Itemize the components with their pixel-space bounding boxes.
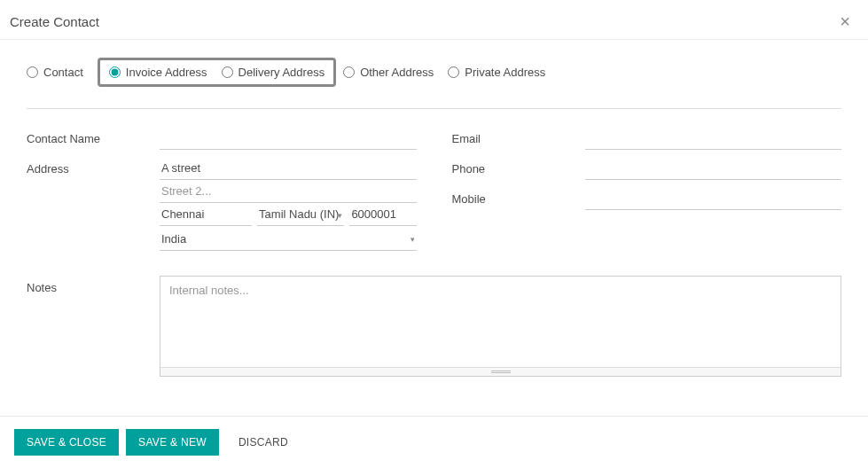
street2-input[interactable] <box>160 180 417 203</box>
radio-other-input[interactable] <box>343 66 355 78</box>
form-columns: Contact Name Address ▾ <box>27 127 841 258</box>
highlighted-radio-group: Invoice Address Delivery Address <box>98 58 336 87</box>
radio-contact-input[interactable] <box>27 66 38 78</box>
radio-delivery-label: Delivery Address <box>239 66 325 79</box>
contact-name-label: Contact Name <box>27 127 160 145</box>
radio-invoice-label: Invoice Address <box>126 66 207 79</box>
field-phone: Phone <box>452 157 842 180</box>
radio-delivery-input[interactable] <box>222 66 233 78</box>
modal-title: Create Contact <box>10 14 99 29</box>
field-mobile: Mobile <box>452 187 842 210</box>
resize-handle[interactable] <box>160 367 841 376</box>
city-input[interactable] <box>160 203 252 226</box>
radio-other[interactable]: Other Address <box>343 66 434 79</box>
state-select[interactable] <box>257 203 344 226</box>
email-input[interactable] <box>585 127 842 150</box>
radio-invoice-input[interactable] <box>109 66 121 78</box>
field-contact-name: Contact Name <box>27 127 417 150</box>
discard-button[interactable]: DISCARD <box>226 429 301 456</box>
mobile-label: Mobile <box>452 187 585 206</box>
save-new-button[interactable]: SAVE & NEW <box>126 429 219 456</box>
mobile-input[interactable] <box>585 187 842 210</box>
email-label: Email <box>452 127 585 145</box>
modal-header: Create Contact × <box>0 0 868 40</box>
radio-private-label: Private Address <box>465 66 545 79</box>
form-col-right: Email Phone Mobile <box>452 127 842 258</box>
radio-contact-label: Contact <box>43 66 83 79</box>
field-address: Address ▾ <box>27 157 417 251</box>
contact-type-radiogroup: Contact Invoice Address Delivery Address… <box>27 58 841 109</box>
radio-private[interactable]: Private Address <box>448 66 545 79</box>
phone-label: Phone <box>452 157 585 176</box>
modal-body: Contact Invoice Address Delivery Address… <box>0 40 868 410</box>
radio-private-input[interactable] <box>448 66 459 78</box>
notes-label: Notes <box>27 276 160 294</box>
notes-textarea[interactable] <box>160 277 841 367</box>
phone-input[interactable] <box>585 157 842 180</box>
address-label: Address <box>27 157 160 176</box>
radio-invoice[interactable]: Invoice Address <box>109 66 207 79</box>
street1-input[interactable] <box>160 157 417 180</box>
save-close-button[interactable]: SAVE & CLOSE <box>14 429 119 456</box>
field-email: Email <box>452 127 842 150</box>
zip-input[interactable] <box>349 203 416 226</box>
contact-name-input[interactable] <box>160 127 417 150</box>
close-icon[interactable]: × <box>836 12 854 30</box>
modal-footer: SAVE & CLOSE SAVE & NEW DISCARD <box>0 416 868 468</box>
country-select[interactable] <box>160 228 417 251</box>
create-contact-modal: Create Contact × Contact Invoice Address… <box>0 0 868 468</box>
radio-contact[interactable]: Contact <box>27 66 83 79</box>
field-notes: Notes <box>27 276 841 377</box>
radio-other-label: Other Address <box>360 66 434 79</box>
grip-icon <box>491 370 511 373</box>
notes-wrap <box>160 276 841 377</box>
form-col-left: Contact Name Address ▾ <box>27 127 417 258</box>
radio-delivery[interactable]: Delivery Address <box>222 66 325 79</box>
